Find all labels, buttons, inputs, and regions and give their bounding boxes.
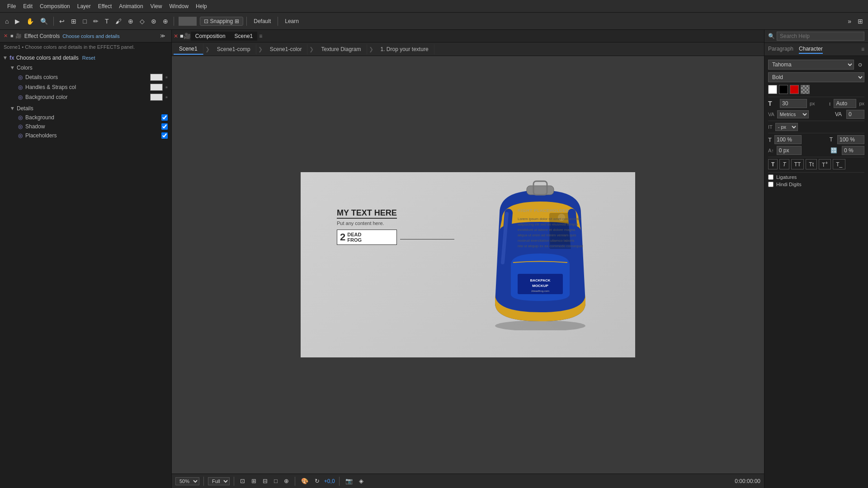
menu-layer[interactable]: Layer [74,3,94,9]
font-select[interactable]: Tahoma [768,60,854,70]
effect-controls-header: ✕ ■ 🎥 Effect Controls Choose colors and … [0,30,171,42]
details-colors-arrows[interactable]: ≡ [165,75,168,80]
mask-btn[interactable]: □ [272,477,279,485]
redo-btn[interactable]: ⊞ [69,16,79,26]
tab-scene1[interactable]: Scene1 [174,44,203,55]
metrics-select[interactable]: Metrics [777,110,809,118]
font-browse-btn[interactable]: ⊙ [856,61,864,69]
colors-collapse-icon[interactable]: ▶ [10,66,15,70]
select-btn[interactable]: ▶ [13,16,22,26]
close-icon[interactable]: ✕ [4,33,8,39]
font-style-select[interactable]: Bold [768,72,864,82]
bg-color-arrows[interactable]: ≡ [165,95,168,99]
details-colors-swatch[interactable] [150,74,163,81]
eraser-btn[interactable]: ◇ [137,16,147,26]
snapping-icon: ⊡ [204,18,208,24]
tab-drop-texture[interactable]: 1. Drop your texture [375,44,434,54]
fullscreen-btn[interactable]: ⊞ [855,16,865,26]
menu-help[interactable]: Help [192,3,211,9]
menu-edit[interactable]: Edit [19,3,36,9]
brush-btn[interactable]: 🖌 [113,16,124,26]
tab-scene1comp[interactable]: Scene1-comp [212,44,256,54]
color-wheel-btn[interactable]: 🎨 [299,477,310,485]
collapse-icon[interactable]: ▶ [3,56,8,60]
home-btn[interactable]: ⌂ [3,16,11,26]
3d-btn[interactable]: ⊕ [282,477,291,485]
menu-window[interactable]: Window [165,3,192,9]
black-color-swatch[interactable] [779,85,788,94]
bold-btn[interactable]: T [768,159,778,169]
scale-h-row: T T [768,135,864,144]
colors-label[interactable]: ▶ Colors [7,63,171,72]
scale-v-input[interactable] [837,135,864,144]
menu-view[interactable]: View [147,3,166,9]
scale-h-input[interactable] [774,135,802,144]
zoom-select[interactable]: 50% [175,477,199,485]
exposure-btn[interactable]: ↻ [313,477,321,485]
details-colors-label: Details colors [25,74,147,80]
close-comp-icon[interactable]: ✕ [174,33,178,39]
undo-btn[interactable]: ↩ [57,16,67,26]
puppet-btn[interactable]: ⊛ [149,16,159,26]
comp-menu-icon[interactable]: ≡ [259,33,262,39]
shadow-checkbox[interactable] [161,123,168,130]
handles-swatch[interactable] [150,84,163,91]
menu-animation[interactable]: Animation [115,3,146,9]
super-btn[interactable]: T+ [819,159,831,169]
background-checkbox[interactable] [161,114,168,121]
expand-btn[interactable]: » [845,16,854,26]
menu-effect[interactable]: Effect [94,3,115,9]
show-snapshot-btn[interactable]: ◈ [357,477,365,485]
hand-btn[interactable]: ✋ [24,16,36,26]
menu-file[interactable]: File [4,3,19,9]
quality-select[interactable]: Full [208,477,230,485]
handles-straps-row: ◎ Handles & Straps col ≡ [7,82,171,92]
placeholders-row: ◎ Placeholders [7,131,171,140]
search-help-input[interactable] [777,32,864,41]
zoom-btn[interactable]: 🔍 [38,16,50,26]
pen-btn[interactable]: ✏ [91,16,101,26]
placeholders-checkbox[interactable] [161,132,168,139]
details-collapse-icon[interactable]: ▶ [10,107,15,110]
snapshot-btn[interactable]: 📷 [344,477,354,485]
transparent-swatch[interactable] [801,85,810,94]
white-color-swatch[interactable] [768,85,777,94]
panel-expand-btn[interactable]: ≫ [158,32,168,40]
handles-arrows[interactable]: ≡ [165,85,168,89]
details-label[interactable]: ▶ Details [7,104,171,113]
text-btn[interactable]: T [103,16,111,26]
red-color-swatch[interactable] [790,85,799,94]
breadcrumb: Scene1 • Choose colors and details in th… [0,42,171,52]
tab-paragraph[interactable]: Paragraph [768,45,793,54]
under-btn[interactable]: T_ [833,159,845,169]
tsf-input[interactable] [842,146,864,155]
reset-button[interactable]: Reset [82,55,95,61]
region-btn[interactable]: ⊡ [238,477,247,485]
safe-btn[interactable]: ⊟ [261,477,269,485]
allcaps-btn[interactable]: TT [791,159,804,169]
tab-character[interactable]: Character [799,45,823,54]
italic-btn[interactable]: T [779,159,789,169]
baseline-input[interactable] [777,146,802,155]
hindi-digits-checkbox[interactable] [768,182,774,187]
unit-select[interactable]: - px [775,123,798,131]
tracking-input[interactable] [846,110,864,119]
tab-texture-diagram[interactable]: Texture Diagram [316,44,367,54]
comp-icon2: 🎥 [184,33,191,39]
ligatures-checkbox[interactable] [768,174,774,180]
plus-zero-display: +0,0 [324,478,335,484]
bg-color-label: Background color [25,94,147,100]
grid-btn[interactable]: ⊞ [250,477,258,485]
font-size-input[interactable] [780,99,807,108]
panel-options-icon[interactable]: ≡ [861,46,864,52]
pin-btn[interactable]: ⊕ [160,16,170,26]
clone-btn[interactable]: ⊕ [126,16,136,26]
snapping-button[interactable]: ⊡ Snapping ⊞ [200,17,244,26]
smallcaps-btn[interactable]: Tt [806,159,817,169]
tab-scene1color[interactable]: Scene1-color [264,44,308,54]
character-panel: Tahoma ⊙ Bold T px ↕ [764,56,868,191]
auto-input[interactable] [834,99,856,108]
rect-btn[interactable]: □ [80,16,89,26]
menu-composition[interactable]: Composition [36,3,74,9]
bg-color-swatch[interactable] [150,94,163,101]
